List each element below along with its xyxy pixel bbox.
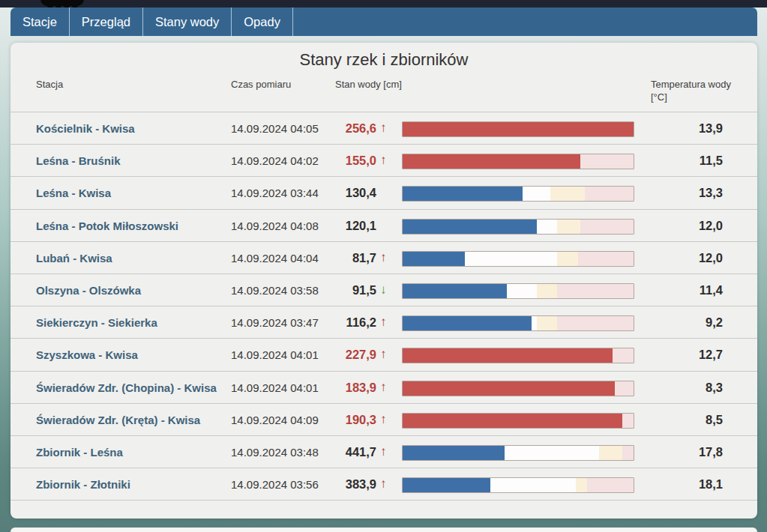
water-level-bar [402,154,634,169]
measurement-time: 14.09.2024 03:48 [231,436,319,468]
trend-up-icon: ↑ [380,404,397,435]
water-temperature-value: 12,0 [661,210,723,242]
water-level-value: 81,7 [313,242,376,274]
alarm-zone [557,316,634,330]
measurement-time: 14.09.2024 04:02 [231,145,319,177]
water-temperature-value: 17,8 [661,436,723,468]
trend-up-icon: ↑ [380,145,397,176]
warning-zone [537,284,558,298]
measurement-time: 14.09.2024 04:05 [231,112,319,145]
measurement-time: 14.09.2024 04:01 [231,372,319,404]
station-link[interactable]: Olszyna - Olszówka [36,274,141,306]
table-header: Stacja Czas pomiaru Stan wody [cm] Tempe… [10,76,757,112]
water-level-fill [403,414,622,428]
water-level-fill [403,284,507,298]
page-title: Stany rzek i zbiorników [10,43,757,70]
water-level-bar [402,251,634,267]
station-link[interactable]: Zbiornik - Złotniki [36,468,130,501]
water-temperature-value: 11,4 [661,274,723,306]
content-card: Stany rzek i zbiorników Stacja Czas pomi… [10,43,757,519]
station-link[interactable]: Kościelnik - Kwisa [36,112,135,145]
nav-tab-1[interactable]: Przegląd [70,7,143,36]
table-row: Szyszkowa - Kwisa 14.09.2024 04:01 227,9… [10,339,757,371]
alarm-zone [585,187,634,201]
alarm-zone [580,220,634,234]
main-nav: Stacje Przegląd Stany wody Opady [10,7,757,36]
station-link[interactable]: Leśna - Bruśnik [36,145,121,177]
alarm-zone [578,252,634,266]
alarm-zone [587,478,634,492]
water-level-fill [403,187,523,201]
station-link[interactable]: Leśna - Kwisa [36,177,111,209]
station-link[interactable]: Siekierczyn - Siekierka [36,306,157,339]
water-level-fill [403,154,580,169]
table-row: Zbiornik - Leśna 14.09.2024 03:48 441,7 … [10,436,757,468]
table-row: Leśna - Potok Miłoszowski 14.09.2024 04:… [10,210,757,242]
water-temperature-value: 8,3 [661,372,723,404]
water-level-bar [402,283,634,299]
station-link[interactable]: Szyszkowa - Kwisa [36,339,138,371]
site-logo [40,0,84,7]
water-level-value: 116,2 [313,306,376,339]
water-level-bar [402,121,634,137]
water-level-bar [402,219,634,235]
water-temperature-value: 9,2 [661,306,723,339]
measurement-time: 14.09.2024 04:04 [231,242,319,274]
water-level-value: 256,6 [313,112,376,145]
measurement-time: 14.09.2024 03:58 [231,274,319,306]
warning-zone [537,316,558,330]
measurement-time: 14.09.2024 04:08 [231,210,319,242]
nav-tab-3[interactable]: Opady [232,7,293,36]
warning-zone [557,252,578,266]
water-level-fill [403,381,615,396]
water-level-value: 155,0 [313,145,376,177]
trend-up-icon: ↑ [380,112,397,144]
alarm-zone [557,284,634,298]
water-level-value: 183,9 [313,372,376,404]
trend-up-icon: ↑ [380,339,397,370]
measurement-time: 14.09.2024 03:56 [231,468,319,501]
warning-zone [550,187,585,201]
nav-tab-2[interactable]: Stany wody [143,7,232,36]
water-temperature-value: 13,9 [661,112,723,145]
water-temperature-value: 13,3 [661,177,723,209]
water-level-fill [403,252,465,266]
trend-down-icon: ↓ [380,274,397,306]
station-link[interactable]: Świeradów Zdr. (Kręta) - Kwisa [36,404,200,436]
measurement-time: 14.09.2024 04:01 [231,339,319,371]
table-row: Świeradów Zdr. (Kręta) - Kwisa 14.09.202… [10,404,757,436]
nav-tab-0[interactable]: Stacje [10,7,70,36]
water-level-fill [403,220,537,234]
warning-zone [599,446,622,460]
station-link[interactable]: Zbiornik - Leśna [36,436,123,468]
water-level-bar [402,413,634,429]
water-temperature-value: 18,1 [661,468,723,501]
trend-up-icon: ↑ [380,436,397,468]
warning-zone [557,220,580,234]
water-temperature-value: 12,0 [661,242,723,274]
measurement-time: 14.09.2024 03:47 [231,306,319,339]
table-row: Siekierczyn - Siekierka 14.09.2024 03:47… [10,306,757,339]
header-time: Czas pomiaru [231,78,291,91]
water-temperature-value: 8,5 [661,404,723,436]
water-level-fill [403,316,532,330]
table-row: Zbiornik - Złotniki 14.09.2024 03:56 383… [10,468,757,501]
water-level-fill [403,478,490,492]
header-temperature-line2: [°C] [651,91,748,103]
station-link[interactable]: Lubań - Kwisa [36,242,112,274]
alarm-zone [622,446,634,460]
water-level-fill [403,446,505,460]
station-link[interactable]: Leśna - Potok Miłoszowski [36,210,178,242]
water-level-value: 190,3 [313,404,376,436]
water-level-value: 383,9 [313,468,376,501]
water-level-bar [402,381,634,396]
water-level-value: 130,4 [313,177,376,209]
trend-up-icon: ↑ [380,468,397,500]
header-temperature: Temperatura wody [°C] [651,78,748,103]
water-level-fill [403,122,634,136]
station-link[interactable]: Świeradów Zdr. (Chopina) - Kwisa [36,372,217,404]
water-temperature-value: 12,7 [661,339,723,371]
water-level-bar [402,348,634,363]
table-row: Świeradów Zdr. (Chopina) - Kwisa 14.09.2… [10,372,757,404]
water-level-value: 91,5 [313,274,376,306]
